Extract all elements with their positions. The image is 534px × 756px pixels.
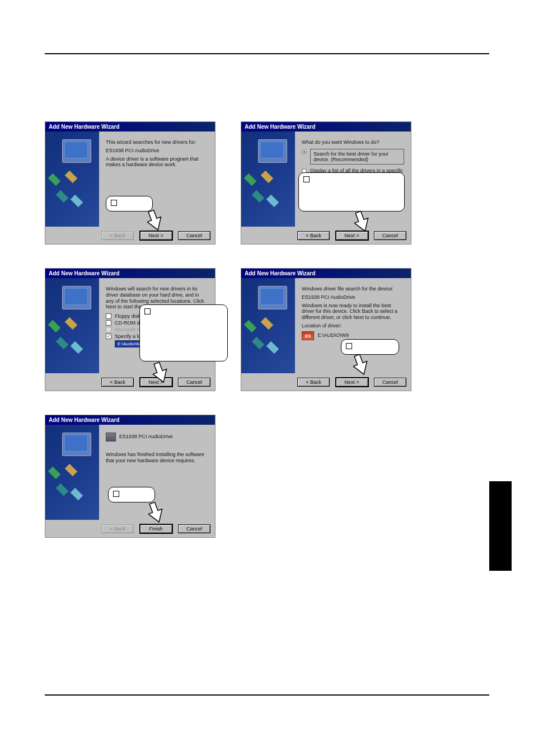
back-button[interactable]: < Back bbox=[101, 378, 134, 387]
wizard-step5-dialog: Add New Hardware Wizard ES1938 PCI Audio… bbox=[45, 415, 216, 538]
back-button[interactable]: < Back bbox=[297, 378, 330, 387]
radio-search-best[interactable]: Search for the best driver for your devi… bbox=[302, 149, 404, 165]
cancel-button[interactable]: Cancel bbox=[178, 378, 210, 387]
button-bar: < Back Next > Cancel bbox=[241, 227, 411, 244]
location-value: E:\AUDIO\W9 bbox=[318, 332, 349, 338]
titlebar: Add New Hardware Wizard bbox=[45, 415, 215, 425]
checkbox-icon-checked bbox=[106, 334, 111, 339]
cancel-button[interactable]: Cancel bbox=[178, 231, 210, 240]
callout-square-icon bbox=[303, 176, 310, 182]
text-finished: Windows has finished installing the soft… bbox=[106, 452, 208, 464]
arrow-icon bbox=[353, 354, 368, 376]
arrow-icon bbox=[153, 361, 167, 384]
checkbox-icon bbox=[106, 320, 111, 326]
wizard-step3-dialog: Add New Hardware Wizard Windows will sea… bbox=[45, 268, 216, 391]
callout-square-icon bbox=[144, 308, 151, 314]
dialog-body: Windows driver file search for the devic… bbox=[241, 278, 411, 373]
dialog-body: This wizard searches for new drivers for… bbox=[45, 132, 215, 227]
back-button: < Back bbox=[101, 231, 134, 240]
titlebar: Add New Hardware Wizard bbox=[45, 122, 215, 132]
next-button[interactable]: Next > bbox=[336, 378, 368, 387]
button-bar: < Back Next > Cancel bbox=[241, 373, 411, 391]
callout-square-icon bbox=[113, 491, 119, 497]
wizard-graphic bbox=[241, 278, 295, 373]
cancel-button[interactable]: Cancel bbox=[374, 378, 406, 387]
radio-icon bbox=[302, 149, 307, 154]
checkbox-icon bbox=[106, 313, 111, 319]
back-button[interactable]: < Back bbox=[297, 231, 330, 240]
back-button: < Back bbox=[101, 524, 134, 533]
wizard-step2-dialog: Add New Hardware Wizard What do you want… bbox=[241, 121, 411, 245]
radio-label: Search for the best driver for your devi… bbox=[310, 149, 404, 165]
footer-rule bbox=[45, 694, 489, 696]
arrow-icon bbox=[354, 210, 369, 233]
button-bar: < Back Next > Cancel bbox=[45, 227, 215, 244]
titlebar: Add New Hardware Wizard bbox=[241, 122, 411, 132]
arrow-icon bbox=[148, 501, 163, 524]
callout-step4 bbox=[341, 339, 399, 355]
text-ready: Windows is now ready to install the best… bbox=[302, 303, 404, 321]
intro-spacer bbox=[45, 65, 489, 121]
device-name: ES1938 PCI AudioDrive bbox=[106, 148, 208, 154]
checkbox-icon bbox=[106, 327, 111, 332]
dialog-body: ES1938 PCI AudioDrive Windows has finish… bbox=[45, 425, 215, 520]
driver-icon: ES bbox=[302, 331, 314, 340]
header-rule bbox=[45, 53, 489, 54]
next-button[interactable]: Next > bbox=[140, 231, 172, 240]
finish-button[interactable]: Finish bbox=[140, 524, 172, 533]
text-prompt: What do you want Windows to do? bbox=[302, 139, 404, 145]
cancel-button[interactable]: Cancel bbox=[374, 231, 406, 240]
callout-step2 bbox=[298, 172, 405, 212]
device-name: ES1938 PCI AudioDrive bbox=[119, 434, 173, 439]
row-2: Add New Hardware Wizard Windows will sea… bbox=[45, 268, 489, 391]
location-label: Location of driver: bbox=[302, 323, 404, 329]
device-name: ES1938 PCI AudioDrive bbox=[302, 294, 404, 300]
callout-step1 bbox=[106, 196, 153, 212]
wizard-step1-dialog: Add New Hardware Wizard This wizard sear… bbox=[45, 121, 216, 245]
callout-square-icon bbox=[111, 200, 117, 206]
page: Add New Hardware Wizard This wizard sear… bbox=[0, 0, 534, 756]
device-icon bbox=[106, 433, 116, 442]
callout-step3 bbox=[139, 304, 228, 361]
callout-square-icon bbox=[346, 343, 352, 349]
wizard-step4-dialog: Add New Hardware Wizard Windows driver f… bbox=[241, 268, 411, 391]
titlebar: Add New Hardware Wizard bbox=[45, 269, 215, 278]
callout-step5 bbox=[108, 487, 155, 503]
row-1: Add New Hardware Wizard This wizard sear… bbox=[45, 121, 489, 245]
wizard-graphic bbox=[45, 425, 99, 520]
row-3: Add New Hardware Wizard ES1938 PCI Audio… bbox=[45, 415, 489, 538]
text-searches: This wizard searches for new drivers for… bbox=[106, 139, 208, 145]
text-search-result: Windows driver file search for the devic… bbox=[302, 286, 404, 292]
wizard-graphic bbox=[45, 132, 99, 227]
titlebar: Add New Hardware Wizard bbox=[241, 269, 411, 278]
button-bar: < Back Next > Cancel bbox=[45, 373, 215, 391]
header-area bbox=[45, 28, 489, 53]
text-driver-desc: A device driver is a software program th… bbox=[106, 156, 208, 168]
wizard-graphic bbox=[45, 278, 99, 373]
cancel-button[interactable]: Cancel bbox=[178, 524, 210, 533]
arrow-icon bbox=[147, 209, 162, 232]
page-edge-tab bbox=[489, 481, 512, 571]
button-bar: < Back Finish Cancel bbox=[45, 520, 215, 537]
wizard-graphic bbox=[241, 132, 295, 227]
